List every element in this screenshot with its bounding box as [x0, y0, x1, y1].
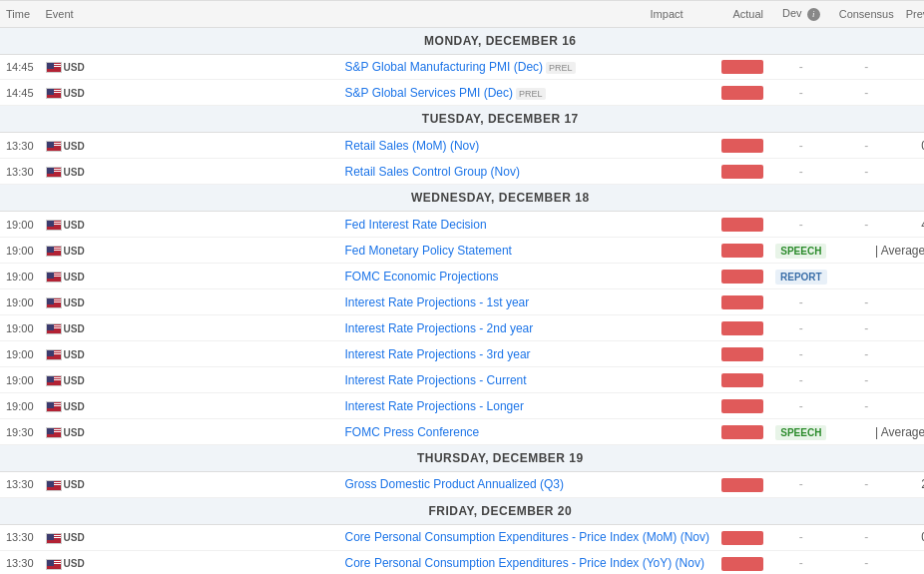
event-name[interactable]: Interest Rate Projections - Longer [339, 393, 715, 419]
usd-flag [46, 297, 62, 308]
average-label: | Average: 4.3 [875, 425, 924, 439]
actual-value: - [799, 86, 803, 100]
average-label: | Average: 4.9 [875, 244, 924, 258]
event-currency: USD [40, 289, 339, 315]
event-link[interactable]: Interest Rate Projections - Longer [345, 399, 524, 413]
dev-value: - [864, 556, 868, 570]
dev-value: - [864, 86, 868, 100]
event-link[interactable]: Interest Rate Projections - Current [345, 373, 527, 387]
event-link[interactable]: Gross Domestic Product Annualized (Q3) [345, 477, 564, 491]
event-actual: - [769, 212, 833, 238]
event-impact [715, 341, 769, 367]
impact-bar-high [721, 557, 763, 571]
event-consensus: - [900, 289, 924, 315]
usd-flag [46, 141, 62, 152]
event-link[interactable]: Retail Sales Control Group (Nov) [345, 165, 520, 179]
dev-value: - [864, 165, 868, 179]
dev-value: - [864, 139, 868, 153]
impact-bar-high [721, 60, 763, 74]
impact-bar-high [721, 218, 763, 232]
table-row: 14:45USDS&P Global Services PMI (Dec)PRE… [0, 80, 924, 106]
event-name[interactable]: Interest Rate Projections - 1st year [339, 289, 715, 315]
event-link[interactable]: Retail Sales (MoM) (Nov) [345, 139, 480, 153]
event-currency: USD [40, 472, 339, 498]
event-name[interactable]: FOMC Press Conference [339, 419, 715, 445]
event-name[interactable]: S&P Global Manufacturing PMI (Dec)PREL [339, 54, 715, 80]
event-name[interactable]: Core Personal Consumption Expenditures -… [339, 524, 715, 550]
currency-text: USD [64, 427, 85, 438]
event-name[interactable]: S&P Global Services PMI (Dec)PREL [339, 80, 715, 106]
impact-bar-high [721, 86, 763, 100]
event-actual: - [769, 524, 833, 550]
event-name[interactable]: Fed Interest Rate Decision [339, 212, 715, 238]
event-link[interactable]: Interest Rate Projections - 1st year [345, 295, 530, 309]
day-header: WEDNESDAY, DECEMBER 18 [0, 185, 924, 212]
usd-flag [46, 427, 62, 438]
event-consensus: 0.5% [900, 133, 924, 159]
usd-flag [46, 349, 62, 360]
event-name[interactable]: Gross Domestic Product Annualized (Q3) [339, 472, 715, 498]
event-currency: USD [40, 367, 339, 393]
event-name[interactable]: FOMC Economic Projections [339, 264, 715, 289]
event-name[interactable]: Retail Sales (MoM) (Nov) [339, 133, 715, 159]
info-icon[interactable]: i [807, 8, 820, 21]
day-label: WEDNESDAY, DECEMBER 18 [0, 185, 924, 212]
table-row: 14:45USDS&P Global Manufacturing PMI (De… [0, 54, 924, 80]
event-currency: USD [40, 80, 339, 106]
dev-value: - [864, 347, 868, 361]
event-link[interactable]: Interest Rate Projections - 2nd year [345, 321, 534, 335]
impact-bar-high [721, 321, 763, 335]
event-actual: - [769, 393, 833, 419]
header-consensus: Consensus [833, 1, 900, 28]
event-consensus: - [900, 367, 924, 393]
event-name[interactable]: Interest Rate Projections - 2nd year [339, 315, 715, 341]
event-link[interactable]: Core Personal Consumption Expenditures -… [345, 530, 709, 544]
actual-value: - [799, 347, 803, 361]
event-dev: - [833, 341, 900, 367]
event-link[interactable]: Core Personal Consumption Expenditures -… [345, 556, 704, 570]
table-row: 13:30USDGross Domestic Product Annualize… [0, 472, 924, 498]
event-name[interactable]: Interest Rate Projections - 3rd year [339, 341, 715, 367]
usd-flag [46, 272, 62, 283]
event-time: 13:30 [0, 159, 40, 185]
dev-value: - [864, 477, 868, 491]
event-link[interactable]: Fed Monetary Policy Statement [345, 244, 512, 258]
event-time: 19:00 [0, 393, 40, 419]
currency-text: USD [64, 167, 85, 178]
impact-bar-high [721, 399, 763, 413]
actual-value: - [799, 530, 803, 544]
event-link[interactable]: FOMC Press Conference [345, 425, 480, 439]
currency-text: USD [64, 220, 85, 231]
table-row: 13:30USDCore Personal Consumption Expend… [0, 524, 924, 550]
event-currency: USD [40, 264, 339, 289]
event-currency: USD [40, 393, 339, 419]
event-currency: USD [40, 133, 339, 159]
event-impact [715, 54, 769, 80]
report-badge: REPORT [775, 270, 827, 285]
event-link[interactable]: Fed Interest Rate Decision [345, 218, 487, 232]
currency-text: USD [64, 297, 85, 308]
event-name[interactable]: Interest Rate Projections - Current [339, 367, 715, 393]
event-dev: - [833, 289, 900, 315]
event-name[interactable]: Retail Sales Control Group (Nov) [339, 159, 715, 185]
event-dev: - [833, 212, 900, 238]
event-name[interactable]: Core Personal Consumption Expenditures -… [339, 550, 715, 574]
event-link[interactable]: S&P Global Services PMI (Dec) [345, 86, 514, 100]
event-impact [715, 524, 769, 550]
event-link[interactable]: Interest Rate Projections - 3rd year [345, 347, 531, 361]
usd-flag [46, 480, 62, 491]
event-link[interactable]: S&P Global Manufacturing PMI (Dec) [345, 60, 544, 74]
event-name[interactable]: Fed Monetary Policy Statement [339, 238, 715, 264]
event-dev: - [833, 315, 900, 341]
event-link[interactable]: FOMC Economic Projections [345, 270, 499, 284]
event-actual: - [769, 289, 833, 315]
day-label: THURSDAY, DECEMBER 19 [0, 445, 924, 472]
event-dev [833, 264, 924, 289]
actual-value: - [799, 477, 803, 491]
event-impact [715, 472, 769, 498]
impact-bar-high [721, 373, 763, 387]
event-actual: - [769, 54, 833, 80]
event-impact [715, 315, 769, 341]
event-consensus: - [900, 54, 924, 80]
event-consensus: - [900, 315, 924, 341]
